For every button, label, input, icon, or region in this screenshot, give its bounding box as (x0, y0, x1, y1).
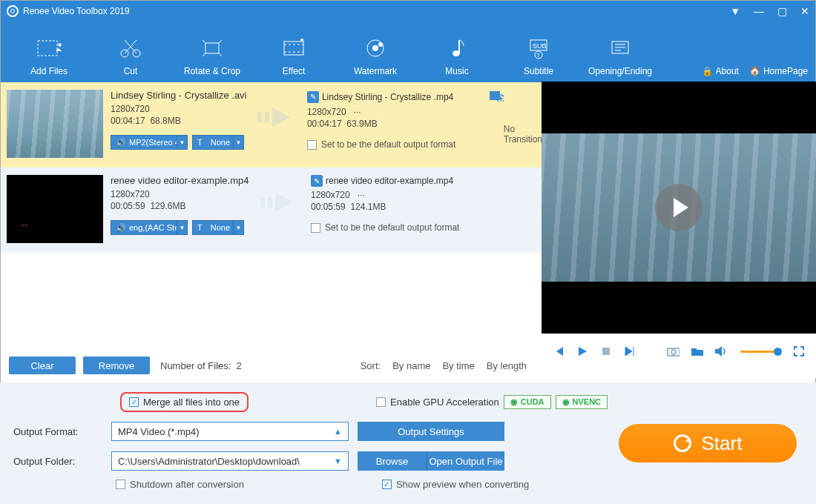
sort-label: Sort: (361, 360, 381, 371)
svg-rect-20 (260, 197, 265, 208)
bottom-panel: ✓ Merge all files into one Enable GPU Ac… (0, 382, 816, 504)
tool-opening-ending[interactable]: Opening/Ending (579, 35, 661, 76)
svg-point-9 (378, 42, 383, 47)
tool-label: Effect (253, 66, 335, 76)
nvenc-label: NVENC (573, 397, 602, 406)
output-resolution: 1280x720 (307, 107, 346, 117)
output-format-dropdown[interactable]: MP4 Video (*.mp4) ▲ (111, 422, 349, 441)
snapshot-icon[interactable] (666, 345, 680, 358)
opening-ending-icon (579, 35, 661, 62)
edit-icon[interactable]: ✎ (307, 91, 319, 103)
stop-icon[interactable] (599, 345, 613, 358)
tool-label: Music (416, 66, 498, 76)
audio-track-dropdown[interactable]: 🔊eng,(AAC Ste▼ (111, 220, 188, 235)
svg-point-8 (372, 45, 378, 51)
window-menu-icon[interactable]: ▼ (730, 5, 740, 17)
source-size: 68.8MB (150, 116, 180, 126)
list-footer: Clear Remove Number of Files: 2 Sort: By… (0, 352, 542, 379)
merge-files-option[interactable]: ✓ Merge all files into one (120, 392, 249, 412)
tool-effect[interactable]: Effect (253, 35, 335, 76)
gpu-checkbox[interactable] (376, 397, 386, 407)
sort-by-name[interactable]: By name (392, 360, 430, 371)
text-icon: T (197, 223, 203, 232)
tool-subtitle[interactable]: SUBT Subtitle (498, 35, 579, 76)
transition-label[interactable]: No Transition (504, 90, 542, 162)
nvenc-badge: ◉NVENC (556, 395, 608, 409)
volume-icon[interactable] (714, 345, 727, 358)
open-folder-icon[interactable] (690, 345, 703, 358)
window-maximize-icon[interactable]: ▢ (777, 5, 787, 17)
window-close-icon[interactable]: ✕ (800, 5, 809, 17)
edit-icon[interactable]: ✎ (311, 175, 323, 187)
tool-add-files[interactable]: Add Files (8, 35, 90, 76)
tool-rotate-crop[interactable]: Rotate & Crop (171, 35, 253, 76)
convert-arrow-icon (251, 175, 311, 247)
sort-by-time[interactable]: By time (442, 360, 474, 371)
start-button[interactable]: Start (619, 424, 797, 462)
source-filename: Lindsey Stirling - Crystallize .avi (111, 90, 249, 101)
subtitle-track-label: None (211, 223, 230, 232)
prev-icon[interactable] (552, 345, 565, 358)
merge-checkbox[interactable]: ✓ (129, 397, 139, 407)
clear-button[interactable]: Clear (9, 357, 76, 374)
next-icon[interactable] (623, 345, 636, 358)
sort-by-length[interactable]: By length (487, 360, 527, 371)
svg-rect-22 (602, 348, 610, 355)
file-row[interactable]: Lindsey Stirling - Crystallize .avi 1280… (1, 82, 542, 168)
subtitle-track-dropdown[interactable]: T None▼ (192, 135, 244, 150)
subtitle-track-dropdown[interactable]: T None▼ (192, 220, 244, 235)
svg-point-6 (300, 39, 303, 42)
default-format-label: Set to be the default output format (325, 222, 459, 233)
tool-watermark[interactable]: Watermark (335, 35, 416, 76)
output-settings-button[interactable]: Output Settings (358, 422, 504, 441)
homepage-link[interactable]: 🏠HomePage (749, 66, 808, 76)
svg-text:SUB: SUB (533, 42, 547, 50)
svg-rect-0 (38, 41, 57, 56)
preview-video[interactable] (542, 82, 816, 334)
add-video-icon[interactable] (489, 90, 504, 104)
play-overlay-icon[interactable] (655, 184, 703, 231)
source-resolution: 1280x720 (111, 189, 251, 199)
main-toolbar: Add Files Cut Rotate & Crop Effect Water… (1, 21, 815, 82)
volume-slider[interactable] (740, 351, 779, 353)
default-format-checkbox[interactable] (311, 223, 320, 233)
file-row[interactable]: renee video editor-example.mp4 1280x720 … (1, 168, 542, 253)
svg-rect-16 (257, 112, 262, 122)
play-icon[interactable] (576, 345, 589, 358)
chevron-down-icon: ▼ (233, 221, 243, 234)
chevron-up-icon: ▲ (334, 427, 342, 436)
refresh-icon (674, 434, 691, 452)
tool-cut[interactable]: Cut (90, 35, 171, 76)
tool-label: Rotate & Crop (171, 66, 253, 76)
audio-track-dropdown[interactable]: 🔊MP2(Stereo 4▼ (111, 135, 188, 150)
homepage-label: HomePage (763, 66, 808, 76)
output-more[interactable]: ··· (354, 107, 361, 117)
shutdown-checkbox[interactable] (116, 480, 125, 489)
about-label: About (716, 66, 739, 76)
app-title: Renee Video Toolbox 2019 (23, 6, 130, 16)
show-preview-label: Show preview when converting (396, 479, 529, 490)
output-filename: Lindsey Stirling - Crystallize .mp4 (322, 92, 453, 102)
about-link[interactable]: 🔒About (702, 66, 739, 76)
file-list: Lindsey Stirling - Crystallize .avi 1280… (1, 82, 542, 334)
output-format-value: MP4 Video (*.mp4) (118, 426, 200, 437)
output-more[interactable]: ··· (358, 190, 365, 200)
window-minimize-icon[interactable]: — (754, 5, 764, 17)
tool-label: Watermark (335, 66, 416, 76)
remove-button[interactable]: Remove (83, 357, 150, 374)
output-folder-dropdown[interactable]: C:\Users\Administrator\Desktop\download\… (111, 451, 349, 471)
cut-icon (90, 35, 171, 62)
show-preview-checkbox[interactable]: ✓ (382, 480, 392, 489)
fullscreen-icon[interactable] (792, 345, 806, 358)
open-output-file-button[interactable]: Open Output File (427, 451, 504, 471)
audio-track-label: eng,(AAC Ste (129, 223, 177, 232)
source-thumbnail (7, 90, 103, 158)
browse-button[interactable]: Browse (358, 451, 427, 471)
tool-music[interactable]: Music (416, 35, 498, 76)
transition-label[interactable] (511, 175, 542, 247)
source-filename: renee video editor-example.mp4 (111, 175, 251, 186)
preview-panel (542, 82, 816, 378)
default-format-checkbox[interactable] (307, 140, 317, 150)
music-icon (416, 35, 498, 62)
svg-point-24 (671, 350, 676, 354)
